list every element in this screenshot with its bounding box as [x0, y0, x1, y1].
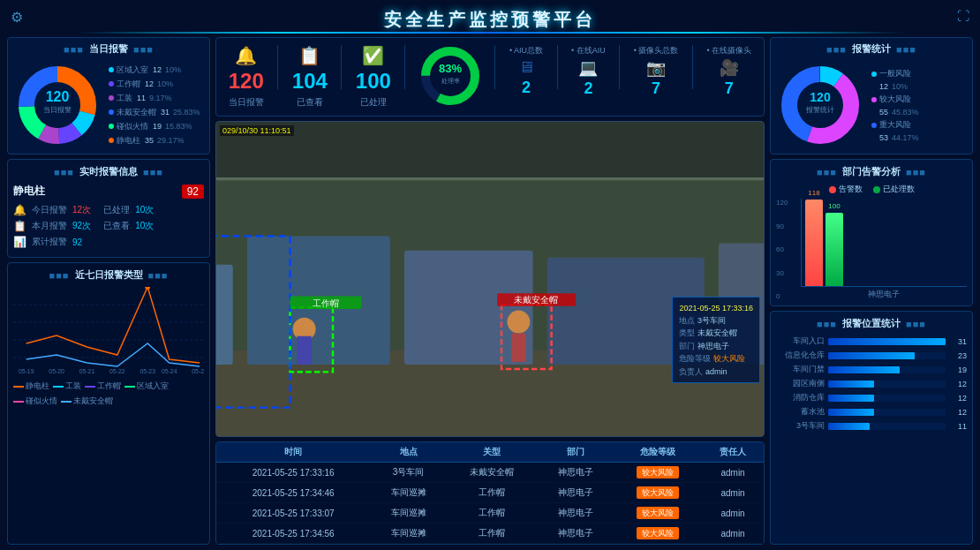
legend-gongzuomao: 工作帽 12 10%	[109, 79, 200, 90]
cell-risk: 较大风险	[614, 463, 702, 483]
pos-bar-fill	[828, 423, 870, 430]
svg-text:处理率: 处理率	[441, 78, 459, 84]
legend-quyurushi: 区域入室 12 10%	[109, 64, 200, 76]
svg-text:05-22: 05-22	[109, 368, 125, 374]
pos-label: 3号车间	[776, 420, 825, 432]
camera-online: • 在线摄像头 🎥 7	[706, 45, 751, 109]
cell-dept: 神思电子	[538, 463, 614, 483]
alarm-stat-total: 📊 累计报警 92	[13, 236, 204, 248]
bar-handled: 100	[825, 213, 843, 286]
bar-chart: 118 100	[801, 199, 967, 287]
overlay-dept: 部门 神思电子	[679, 340, 753, 352]
pos-bar-bg	[828, 395, 946, 402]
clipboard-icon: 📋	[13, 220, 26, 232]
alarm-stat-today: 🔔 今日报警 12次 已处理 10次	[13, 204, 204, 216]
dept-chart-area: 120 90 60 30 0 118 100	[776, 199, 967, 300]
table-row[interactable]: 2021-05-25 17:34:46 车间巡摊 工作帽 神思电子 较大风险 a…	[216, 483, 764, 503]
pos-val: 31	[949, 337, 967, 346]
seven-day-title: ■■■ 近七日报警类型 ■■■	[13, 268, 204, 282]
right-donut-container: 120 报警统计 一般风险 1210%	[776, 61, 967, 149]
legend-r1: 一般风险	[871, 68, 919, 79]
seven-day-svg: 22 05-19 05-20 05-21 05-22 05-23 05-24 0…	[13, 287, 204, 375]
pos-bar-bg	[828, 366, 946, 373]
right-alarm-stats: ■■■ 报警统计 ■■■ 120	[770, 37, 973, 154]
table-row[interactable]: 2021-05-25 17:33:16 3号车间 未戴安全帽 神思电子 较大风险…	[216, 463, 764, 483]
pos-val: 19	[949, 365, 967, 374]
overlay-type: 类型 未戴安全帽	[679, 327, 753, 339]
legend-fire2: 碰似火情	[13, 396, 57, 407]
legend-r2: 较大风险	[871, 94, 919, 105]
svg-text:当日报警: 当日报警	[43, 106, 72, 114]
today-alarm-title: ■■■ 当日报警 ■■■	[13, 42, 204, 56]
table-header: 时间 地点 关型 部门 危险等级 责任人	[216, 442, 764, 463]
cell-location: 车间巡摊	[370, 524, 446, 544]
legend-alarm-count: 告警数	[829, 184, 863, 195]
overlay-risk: 危险等级 较大风险	[679, 352, 753, 365]
aiu-online: • 在线AIU 💻 2	[571, 45, 606, 109]
left-donut-chart: 120 当日报警	[13, 61, 102, 149]
pos-label: 车间入口	[776, 335, 825, 347]
pos-label: 蓄水池	[776, 406, 825, 418]
legend-static: 静电柱 35 29.17%	[109, 135, 200, 147]
cell-type: 未戴安全帽	[447, 463, 538, 483]
device-count: 92	[182, 185, 204, 199]
dept-name-label: 神思电子	[801, 289, 967, 300]
video-area: 工作帽 未戴安全帽 029/10/30 11:10:51 2021-05-25 …	[215, 121, 765, 437]
cell-location: 3号车间	[370, 463, 446, 483]
legend-gongzhuang: 工装 11 9.17%	[109, 93, 200, 104]
cell-type: 工作帽	[447, 524, 538, 544]
svg-rect-30	[216, 265, 233, 365]
cell-person: admin	[702, 524, 764, 544]
cell-dept: 神思电子	[538, 503, 614, 524]
gear-icon[interactable]: ⚙	[11, 9, 23, 26]
expand-icon[interactable]: ⛶	[957, 9, 969, 23]
video-overlay: 2021-05-25 17:33:16 地点 3号车间 类型 未戴安全帽 部门	[672, 297, 760, 383]
position-stats-list: 车间入口 31 信息化仓库 23 车间门禁 19 园区南侧 12 消防仓库	[776, 335, 967, 432]
legend-work-outfit: 工装	[53, 380, 81, 392]
cell-person: admin	[702, 463, 764, 483]
dept-legend: 告警数 已处理数	[776, 184, 967, 195]
col-type: 关型	[447, 442, 538, 463]
video-bg: 工作帽 未戴安全帽 029/10/30 11:10:51 2021-05-25 …	[216, 122, 764, 436]
dept-alarm-section: ■■■ 部门告警分析 ■■■ 告警数 已处理数 120	[770, 159, 973, 306]
pos-val: 12	[949, 380, 967, 388]
legend-r3: 重大风险	[871, 119, 919, 131]
position-stat-row: 蓄水池 12	[776, 406, 967, 418]
svg-rect-27	[216, 122, 764, 179]
page-title: 安全生产监控预警平台	[384, 8, 596, 32]
alarm-device: 静电柱 92	[13, 184, 204, 199]
handled-pct-donut: 83% 处理率	[419, 45, 481, 107]
svg-text:83%: 83%	[439, 62, 462, 75]
realtime-alarm-section: ■■■ 实时报警信息 ■■■ 静电柱 92 🔔 今日报警 12次 已处理 10次…	[7, 159, 210, 258]
right-panel: ■■■ 报警统计 ■■■ 120	[770, 37, 973, 545]
bell-icon: 🔔	[13, 204, 26, 216]
pos-label: 车间门禁	[776, 364, 825, 375]
table-body: 2021-05-25 17:33:16 3号车间 未戴安全帽 神思电子 较大风险…	[216, 463, 764, 544]
cell-type: 工作帽	[447, 503, 538, 524]
pos-bar-fill	[828, 380, 874, 388]
cell-dept: 神思电子	[538, 483, 614, 503]
cell-location: 车间巡摊	[370, 483, 446, 503]
legend-nohat: 未戴安全帽	[61, 396, 113, 407]
table-row[interactable]: 2021-05-25 17:33:07 车间巡摊 工作帽 神思电子 较大风险 a…	[216, 503, 764, 524]
position-stat-row: 车间入口 31	[776, 335, 967, 347]
legend-handled-count: 已处理数	[873, 184, 915, 195]
cell-person: admin	[702, 483, 764, 503]
seven-day-chart-section: ■■■ 近七日报警类型 ■■■	[7, 262, 210, 545]
overlay-person: 负责人 admin	[679, 365, 753, 378]
legend-weiwear: 未戴安全帽 31 25.83%	[109, 107, 200, 118]
table-row[interactable]: 2021-05-25 17:34:56 车间巡摊 工作帽 神思电子 较大风险 a…	[216, 524, 764, 544]
realtime-alarm-title: ■■■ 实时报警信息 ■■■	[13, 165, 204, 178]
position-stat-row: 消防仓库 12	[776, 392, 967, 403]
stat-handled-pct: 83% 处理率	[419, 45, 481, 109]
pos-label: 信息化仓库	[776, 350, 825, 361]
svg-text:05-25: 05-25	[192, 368, 204, 374]
right-alarm-title: ■■■ 报警统计 ■■■	[776, 42, 967, 56]
divider7	[692, 45, 693, 89]
pos-label: 消防仓库	[776, 392, 825, 403]
pos-bar-bg	[828, 423, 946, 430]
center-panel: 🔔 120 当日报警 📋 104 已查看 ✅ 100 已处理	[215, 37, 765, 545]
donut-container: 120 当日报警 区域入室 12 10% 工作帽	[13, 61, 204, 149]
position-stat-row: 车间门禁 19	[776, 364, 967, 375]
svg-text:报警统计: 报警统计	[805, 106, 834, 114]
